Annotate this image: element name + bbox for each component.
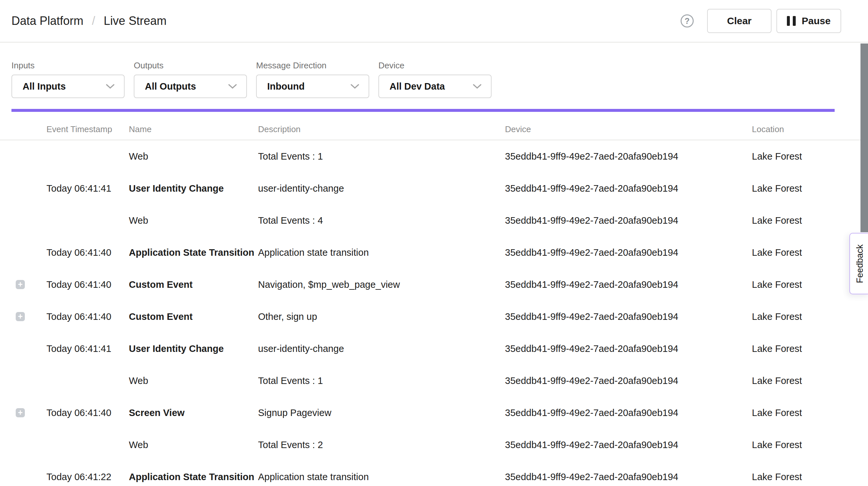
filter-bar: Inputs All Inputs Outputs All Outputs Me… (0, 61, 868, 98)
message-direction-value: Inbound (267, 81, 305, 92)
table-row[interactable]: + Today 06:41:41 User Identity Change us… (0, 172, 868, 204)
event-name: User Identity Change (129, 343, 258, 354)
header-location: Location (752, 117, 845, 134)
filter-device: Device All Dev Data (378, 61, 492, 98)
event-device: 35eddb41-9ff9-49e2-7aed-20afa90eb194 (505, 375, 752, 386)
device-label: Device (378, 61, 492, 71)
event-device: 35eddb41-9ff9-49e2-7aed-20afa90eb194 (505, 311, 752, 322)
event-location: Lake Forest (752, 215, 845, 226)
event-timestamp: Today 06:41:41 (46, 343, 129, 354)
inputs-value: All Inputs (23, 81, 66, 92)
pause-button-label: Pause (802, 16, 830, 27)
event-location: Lake Forest (752, 439, 845, 450)
event-name: Web (129, 375, 258, 386)
message-direction-select[interactable]: Inbound (256, 74, 369, 98)
clear-button[interactable]: Clear (707, 9, 772, 33)
plus-icon[interactable]: + (16, 280, 25, 289)
event-description: Signup Pageview (258, 407, 505, 418)
event-location: Lake Forest (752, 375, 845, 386)
message-direction-label: Message Direction (256, 61, 369, 71)
event-timestamp: Today 06:41:41 (46, 183, 129, 194)
breadcrumb-data-platform[interactable]: Data Platform (11, 14, 84, 28)
table-row[interactable]: + Web Total Events : 2 35eddb41-9ff9-49e… (0, 429, 868, 461)
event-timestamp: Today 06:41:40 (46, 311, 129, 322)
chevron-down-icon (350, 84, 360, 89)
event-name: Application State Transition (129, 247, 258, 258)
pause-icon (787, 16, 796, 26)
filter-inputs: Inputs All Inputs (11, 61, 125, 98)
event-timestamp: Today 06:41:40 (46, 407, 129, 418)
event-description: Total Events : 2 (258, 439, 505, 450)
table-row[interactable]: + Web Total Events : 1 35eddb41-9ff9-49e… (0, 140, 868, 172)
table-row[interactable]: + Web Total Events : 1 35eddb41-9ff9-49e… (0, 365, 868, 397)
pause-button[interactable]: Pause (776, 9, 841, 33)
header-expand-spacer (11, 122, 46, 129)
device-value: All Dev Data (390, 81, 445, 92)
header-name: Name (129, 117, 258, 134)
feedback-tab-label: Feedback (855, 244, 865, 283)
event-location: Lake Forest (752, 183, 845, 194)
breadcrumb-separator: / (92, 14, 95, 28)
table-row[interactable]: + Today 06:41:40 Custom Event Other, sig… (0, 301, 868, 333)
help-icon[interactable]: ? (681, 14, 694, 28)
table-row[interactable]: + Today 06:41:40 Custom Event Navigation… (0, 269, 868, 301)
event-location: Lake Forest (752, 247, 845, 258)
event-location: Lake Forest (752, 311, 845, 322)
event-name: Custom Event (129, 311, 258, 322)
chevron-down-icon (106, 84, 115, 89)
event-description: Total Events : 1 (258, 151, 505, 162)
plus-icon[interactable]: + (16, 408, 25, 417)
outputs-select[interactable]: All Outputs (134, 74, 247, 98)
clear-button-label: Clear (727, 16, 751, 27)
event-location: Lake Forest (752, 151, 845, 162)
breadcrumb: Data Platform / Live Stream (11, 0, 166, 42)
event-timestamp: Today 06:41:40 (46, 279, 129, 290)
outputs-label: Outputs (134, 61, 247, 71)
table-row[interactable]: + Today 06:41:40 Application State Trans… (0, 237, 868, 269)
expand-cell: + (11, 280, 46, 289)
scrollbar-thumb[interactable] (861, 43, 868, 232)
event-device: 35eddb41-9ff9-49e2-7aed-20afa90eb194 (505, 247, 752, 258)
event-location: Lake Forest (752, 279, 845, 290)
chevron-down-icon (473, 84, 482, 89)
table-row[interactable]: + Today 06:41:40 Screen View Signup Page… (0, 397, 868, 429)
event-location: Lake Forest (752, 407, 845, 418)
filter-outputs: Outputs All Outputs (134, 61, 247, 98)
header-device: Device (505, 117, 752, 134)
event-name: User Identity Change (129, 183, 258, 194)
feedback-tab[interactable]: Feedback (849, 233, 868, 294)
event-name: Application State Transition (129, 472, 258, 482)
event-device: 35eddb41-9ff9-49e2-7aed-20afa90eb194 (505, 215, 752, 226)
event-description: Navigation, $mp_web_page_view (258, 279, 505, 290)
accent-divider (11, 109, 835, 112)
event-timestamp: Today 06:41:40 (46, 247, 129, 258)
event-list: + Web Total Events : 1 35eddb41-9ff9-49e… (0, 140, 868, 486)
event-description: Total Events : 4 (258, 215, 505, 226)
event-device: 35eddb41-9ff9-49e2-7aed-20afa90eb194 (505, 472, 752, 482)
filter-message-direction: Message Direction Inbound (256, 61, 369, 98)
expand-cell: + (11, 312, 46, 321)
event-name: Web (129, 151, 258, 162)
event-device: 35eddb41-9ff9-49e2-7aed-20afa90eb194 (505, 343, 752, 354)
inputs-label: Inputs (11, 61, 125, 71)
expand-cell: + (11, 408, 46, 417)
event-location: Lake Forest (752, 343, 845, 354)
event-description: Application state transition (258, 472, 505, 482)
event-description: Application state transition (258, 247, 505, 258)
event-name: Web (129, 439, 258, 450)
event-device: 35eddb41-9ff9-49e2-7aed-20afa90eb194 (505, 183, 752, 194)
table-row[interactable]: + Today 06:41:41 User Identity Change us… (0, 333, 868, 365)
event-name: Screen View (129, 407, 258, 418)
header-event-timestamp: Event Timestamp (46, 117, 129, 134)
table-row[interactable]: + Web Total Events : 4 35eddb41-9ff9-49e… (0, 204, 868, 237)
event-device: 35eddb41-9ff9-49e2-7aed-20afa90eb194 (505, 279, 752, 290)
top-actions: ? Clear Pause (681, 0, 841, 42)
plus-icon[interactable]: + (16, 312, 25, 321)
device-select[interactable]: All Dev Data (378, 74, 492, 98)
event-location: Lake Forest (752, 472, 845, 482)
event-name: Web (129, 215, 258, 226)
table-row[interactable]: + Today 06:41:22 Application State Trans… (0, 461, 868, 486)
breadcrumb-live-stream: Live Stream (104, 14, 166, 28)
inputs-select[interactable]: All Inputs (11, 74, 125, 98)
top-bar: Data Platform / Live Stream ? Clear Paus… (0, 0, 868, 42)
